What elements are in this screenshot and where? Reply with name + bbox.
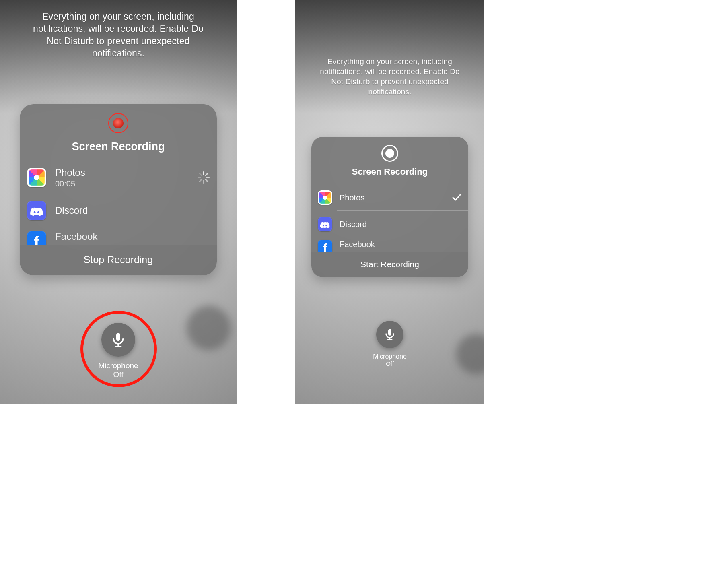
broadcast-target-list[interactable]: Photos Discord f Facebook <box>311 184 468 252</box>
app-label: Photos <box>340 193 451 202</box>
app-label: Discord <box>55 205 210 216</box>
broadcast-target-facebook[interactable]: f Facebook <box>20 227 217 245</box>
microphone-state: Off <box>0 370 237 379</box>
discord-app-icon <box>27 201 46 220</box>
microphone-icon <box>383 328 396 341</box>
recording-elapsed-time: 00:05 <box>55 179 198 188</box>
photos-app-icon <box>318 190 332 205</box>
recording-idle-icon <box>381 145 398 162</box>
microphone-section: Microphone Off <box>0 323 237 379</box>
layout-gap <box>237 0 295 404</box>
microphone-state: Off <box>295 360 484 367</box>
facebook-app-icon: f <box>27 231 46 245</box>
facebook-app-icon: f <box>318 240 332 252</box>
microphone-icon <box>110 332 126 348</box>
card-title: Screen Recording <box>311 167 468 177</box>
broadcast-target-photos[interactable]: Photos <box>311 184 468 211</box>
app-label: Discord <box>340 220 462 229</box>
app-label: Photos <box>55 167 198 178</box>
discord-app-icon <box>318 217 332 231</box>
stop-recording-button[interactable]: Stop Recording <box>20 245 217 275</box>
broadcast-target-discord[interactable]: Discord <box>20 194 217 227</box>
recording-warning-text: Everything on your screen, including not… <box>14 0 223 59</box>
microphone-label: Microphone <box>0 361 237 370</box>
broadcast-target-discord[interactable]: Discord <box>311 211 468 237</box>
broadcast-target-facebook[interactable]: f Facebook <box>311 237 468 252</box>
app-label: Facebook <box>340 240 462 249</box>
microphone-toggle-button[interactable] <box>101 323 135 357</box>
screen-recording-card: Screen Recording Photos 00:05 Disc <box>20 104 217 275</box>
card-title: Screen Recording <box>20 140 217 153</box>
card-header: Screen Recording <box>20 104 217 161</box>
start-recording-button[interactable]: Start Recording <box>311 252 468 277</box>
card-header: Screen Recording <box>311 137 468 184</box>
broadcast-target-photos[interactable]: Photos 00:05 <box>20 161 217 194</box>
recording-warning-text: Everything on your screen, including not… <box>303 0 476 97</box>
screen-recording-card: Screen Recording Photos Discord <box>311 137 468 277</box>
microphone-section: Microphone Off <box>295 321 484 367</box>
selected-checkmark-icon <box>451 192 462 203</box>
recording-active-icon <box>108 113 128 133</box>
loading-spinner-icon <box>198 171 210 184</box>
app-label: Facebook <box>55 231 210 242</box>
microphone-toggle-button[interactable] <box>376 321 403 348</box>
photos-app-icon <box>27 168 46 187</box>
broadcast-target-list[interactable]: Photos 00:05 Discord f <box>20 161 217 245</box>
screenshot-left: Everything on your screen, including not… <box>0 0 237 404</box>
screenshot-right: Everything on your screen, including not… <box>295 0 484 404</box>
microphone-label: Microphone <box>295 353 484 360</box>
